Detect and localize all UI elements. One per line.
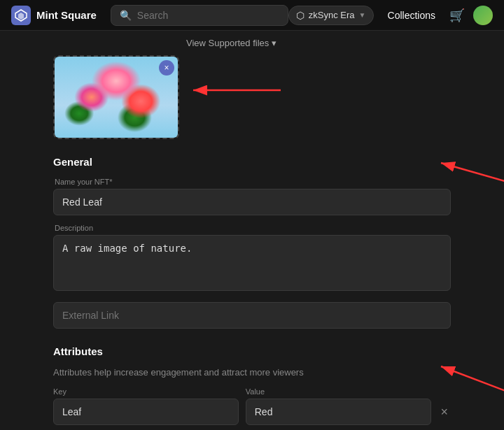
remove-image-button[interactable]: × <box>159 60 174 76</box>
attributes-section: Attributes Attributes help increase enga… <box>42 345 462 430</box>
logo-text: Mint Square <box>36 9 97 21</box>
nft-name-input[interactable] <box>53 189 451 215</box>
nft-name-label: Name your NFT* <box>53 178 451 186</box>
key-label: Key <box>53 387 239 396</box>
attributes-label: Attributes <box>53 345 451 357</box>
header-right: ⬡ zkSync Era ▼ Collections 🛒 <box>288 6 493 25</box>
upload-container: × <box>53 55 451 139</box>
header: Mint Square 🔍 ⬡ zkSync Era ▼ Collections… <box>0 0 504 31</box>
description-input[interactable]: A raw image of nature. <box>53 235 451 291</box>
value-label: Value <box>246 387 431 396</box>
red-arrow-svg <box>186 76 284 104</box>
key-col: Key <box>53 387 239 425</box>
view-supported-link[interactable]: View Supported files ▾ <box>53 38 451 48</box>
external-link-field <box>53 302 451 329</box>
external-link-input[interactable] <box>53 302 451 329</box>
chevron-down-icon: ▼ <box>359 11 366 19</box>
general-section: General Name your NFT* Description A raw… <box>42 156 462 329</box>
general-label: General <box>53 156 451 168</box>
nft-name-field: Name your NFT* <box>53 178 451 215</box>
attributes-subtext: Attributes help increase engagement and … <box>53 367 451 378</box>
avatar[interactable] <box>473 6 493 25</box>
value-col: Value <box>246 387 431 425</box>
search-bar[interactable]: 🔍 <box>111 5 288 26</box>
attribute-row: Key Value × <box>53 387 451 425</box>
main-content: View Supported files ▾ × <box>42 31 462 430</box>
value-input[interactable] <box>246 399 431 425</box>
description-label: Description <box>53 224 451 232</box>
network-button[interactable]: ⬡ zkSync Era ▼ <box>288 6 374 25</box>
logo-icon <box>11 6 31 25</box>
search-icon: 🔍 <box>120 10 132 21</box>
chevron-down-icon: ▾ <box>272 38 276 48</box>
network-icon: ⬡ <box>296 10 304 21</box>
network-label: zkSync Era <box>309 10 355 20</box>
logo-area: Mint Square <box>11 6 97 25</box>
collections-button[interactable]: Collections <box>382 7 441 24</box>
image-upload-box[interactable]: × <box>53 55 179 139</box>
search-input[interactable] <box>137 10 279 21</box>
arrow-indicator-image <box>186 76 284 107</box>
key-input[interactable] <box>53 399 239 425</box>
description-field: Description A raw image of nature. <box>53 224 451 294</box>
remove-attribute-button[interactable]: × <box>438 402 451 422</box>
upload-section: View Supported files ▾ × <box>42 38 462 139</box>
cart-icon[interactable]: 🛒 <box>449 8 465 23</box>
